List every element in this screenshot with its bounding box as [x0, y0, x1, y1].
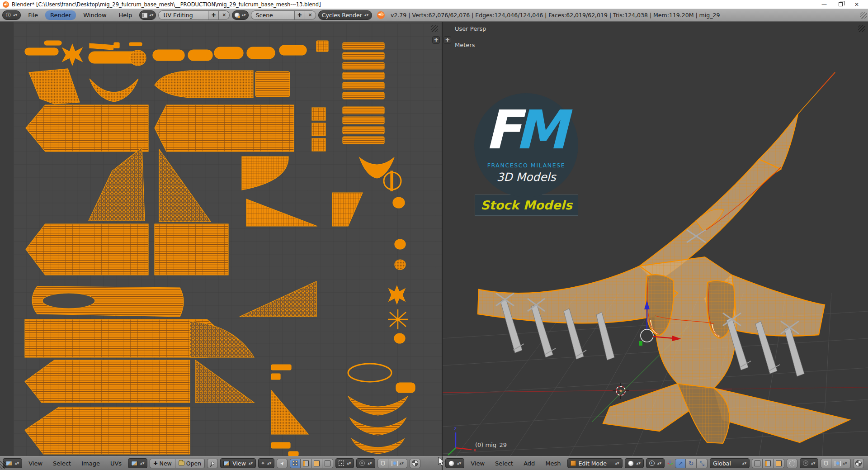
- uv-island[interactable]: [155, 105, 294, 152]
- pivot-point-dropdown[interactable]: ▲▼: [646, 458, 665, 468]
- uv-island[interactable]: [343, 62, 384, 69]
- uv-island[interactable]: [312, 108, 326, 120]
- v3d-menu-add[interactable]: Add: [519, 459, 539, 468]
- uv-canvas[interactable]: [0, 22, 442, 456]
- editor-type-dropdown-info[interactable]: ⓘ ▲▼: [2, 10, 21, 20]
- uv-snap-element-button[interactable]: ▲▼: [388, 459, 407, 468]
- restore-button[interactable]: [839, 2, 843, 6]
- uv-island[interactable]: [343, 52, 384, 59]
- uv-select-face-button[interactable]: [311, 459, 322, 468]
- uv-island[interactable]: [25, 48, 58, 55]
- uv-island[interactable]: [255, 71, 290, 97]
- close-button[interactable]: ✕: [854, 2, 859, 7]
- uv-menu-view[interactable]: View: [24, 459, 47, 468]
- uv-island[interactable]: [343, 137, 384, 144]
- opengl-render-button[interactable]: [853, 459, 864, 468]
- uv-sticky-select-dropdown[interactable]: ▲▼: [335, 458, 354, 468]
- uv-island[interactable]: [312, 138, 326, 151]
- uv-island[interactable]: [214, 47, 243, 59]
- mode-dropdown[interactable]: Edit Mode ▲▼: [567, 458, 623, 468]
- pin-image-button[interactable]: [207, 459, 218, 468]
- uv-select-island-button[interactable]: [322, 459, 333, 468]
- uv-island[interactable]: [25, 360, 190, 403]
- uv-island[interactable]: [271, 365, 291, 370]
- snap-toggle-button[interactable]: Ω: [821, 459, 831, 468]
- face-select-mode-button[interactable]: [774, 459, 784, 468]
- editor-type-dropdown-3d[interactable]: ▲▼: [445, 458, 464, 468]
- uv-island[interactable]: [279, 45, 307, 55]
- uv-island[interactable]: [129, 43, 142, 46]
- uv-island[interactable]: [343, 72, 384, 79]
- uv-region-expand-button[interactable]: ✚: [432, 36, 440, 44]
- add-layout-button[interactable]: ✚: [208, 10, 219, 20]
- orientation-dropdown[interactable]: Global ▲▼: [710, 458, 750, 468]
- window-corner-grip[interactable]: [0, 461, 6, 469]
- gizmo-center-circle[interactable]: [641, 329, 653, 342]
- vertex-select-mode-button[interactable]: [752, 459, 763, 468]
- uv-select-vertex-button[interactable]: [290, 459, 301, 468]
- uv-menu-uvs[interactable]: UVs: [106, 459, 126, 468]
- menu-file[interactable]: File: [23, 10, 43, 20]
- uv-island[interactable]: [391, 171, 393, 191]
- uv-island[interactable]: [316, 41, 328, 52]
- uv-island[interactable]: [130, 50, 146, 66]
- scene-name[interactable]: Scene: [251, 10, 294, 20]
- uv-island[interactable]: [343, 107, 384, 114]
- uv-island[interactable]: [396, 383, 415, 393]
- screen-layout-dropdown[interactable]: ▲▼: [139, 10, 156, 20]
- uv-snap-toggle-button[interactable]: Ω: [377, 459, 388, 468]
- uv-menu-select[interactable]: Select: [49, 459, 75, 468]
- header-resize-grip[interactable]: [860, 12, 867, 19]
- minimize-button[interactable]: —: [821, 2, 827, 7]
- v3d-menu-select[interactable]: Select: [491, 459, 517, 468]
- rotate-manipulator-button[interactable]: ↻: [686, 459, 697, 468]
- viewport-region-expand-button[interactable]: ✚: [443, 36, 451, 44]
- menu-window[interactable]: Window: [78, 10, 111, 20]
- uv-island[interactable]: [155, 71, 253, 98]
- uv-pivot-dropdown[interactable]: ⌖ ▲▼: [258, 458, 274, 468]
- uv-island[interactable]: [343, 117, 384, 124]
- uv-island[interactable]: [271, 374, 280, 380]
- menu-render[interactable]: Render: [45, 10, 76, 20]
- uv-island[interactable]: [155, 224, 228, 275]
- new-image-button[interactable]: ✚ New: [150, 459, 175, 468]
- uv-menu-image[interactable]: Image: [77, 459, 104, 468]
- uv-island[interactable]: [25, 407, 190, 454]
- uv-island[interactable]: [44, 41, 61, 45]
- scale-manipulator-button[interactable]: ⤡: [697, 459, 708, 468]
- uv-island[interactable]: [247, 47, 275, 59]
- uv-island[interactable]: [271, 442, 290, 448]
- uv-island[interactable]: [153, 50, 184, 61]
- add-scene-button[interactable]: ✚: [294, 10, 305, 20]
- snap-element-button[interactable]: ▲▼: [831, 459, 850, 468]
- uv-island[interactable]: [395, 239, 406, 249]
- uv-island[interactable]: [26, 105, 148, 152]
- uv-island[interactable]: [188, 50, 212, 61]
- uv-island[interactable]: [26, 224, 148, 275]
- uv-island[interactable]: [395, 260, 406, 270]
- screen-layout-name[interactable]: UV Editing: [158, 10, 208, 20]
- uv-select-edge-button[interactable]: [301, 459, 311, 468]
- translate-manipulator-button[interactable]: ↗: [675, 459, 686, 468]
- uv-island[interactable]: [343, 43, 384, 49]
- viewport-shading-dropdown[interactable]: ▲▼: [625, 458, 644, 468]
- open-image-button[interactable]: Open: [175, 459, 205, 468]
- uv-island[interactable]: [394, 333, 405, 343]
- uv-island[interactable]: [393, 197, 405, 208]
- uv-island[interactable]: [114, 43, 119, 48]
- uv-corner-grip[interactable]: [431, 25, 438, 32]
- limit-selection-visible-button[interactable]: [787, 459, 797, 468]
- viewport-corner-grip[interactable]: [858, 25, 865, 32]
- delete-layout-button[interactable]: ✕: [219, 10, 230, 20]
- menu-help[interactable]: Help: [114, 10, 137, 20]
- delete-scene-button[interactable]: ✕: [305, 10, 316, 20]
- display-mode-dropdown[interactable]: View ▲▼: [220, 458, 256, 468]
- gizmo-y-handle[interactable]: [639, 341, 642, 346]
- uv-island[interactable]: [343, 92, 384, 99]
- uv-island[interactable]: [343, 127, 384, 134]
- render-engine-dropdown[interactable]: Cycles Render ▲▼: [318, 10, 372, 20]
- uv-island[interactable]: [288, 451, 298, 456]
- uv-image-editor[interactable]: ✚: [0, 22, 442, 456]
- image-datablock-dropdown[interactable]: ▲▼: [128, 458, 147, 468]
- edge-select-mode-button[interactable]: [763, 459, 774, 468]
